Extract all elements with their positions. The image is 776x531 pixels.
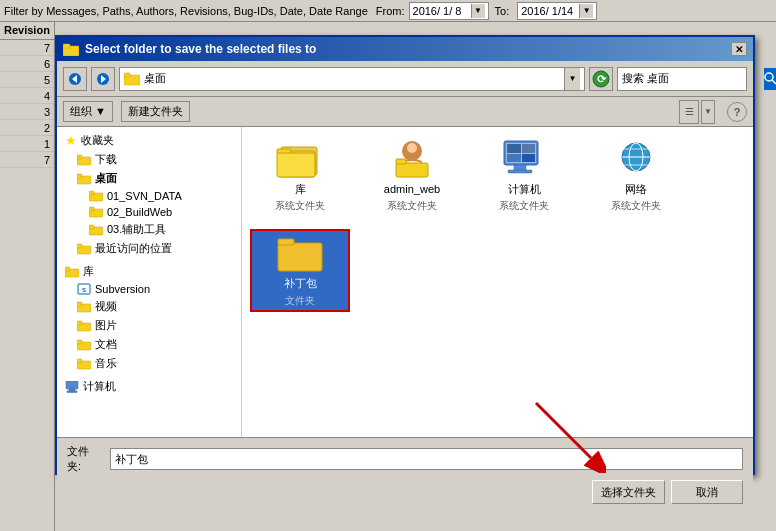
select-folder-button[interactable]: 选择文件夹	[592, 480, 665, 504]
tree-item-buildweb[interactable]: 02_BuildWeb	[57, 204, 241, 220]
network-sublabel: 系统文件夹	[611, 199, 661, 213]
back-arrow-icon	[68, 72, 82, 86]
revision-row-5[interactable]: 5	[0, 72, 54, 88]
doc-folder-icon	[77, 339, 91, 351]
adminweb-sublabel: 系统文件夹	[387, 199, 437, 213]
revision-header: Revision	[0, 22, 54, 40]
dialog-title-bar: Select folder to save the selected files…	[57, 37, 753, 61]
adminweb-name: admin_web	[384, 182, 440, 196]
file-item-adminweb[interactable]: admin_web 系统文件夹	[362, 135, 462, 217]
subversion-label: Subversion	[95, 283, 150, 295]
dialog-bottom: 文件夹: 选择文件夹 取消	[57, 437, 753, 510]
revision-row-1[interactable]: 1	[0, 136, 54, 152]
new-folder-button[interactable]: 新建文件夹	[121, 101, 190, 122]
from-label: From:	[376, 5, 405, 17]
svg-rect-38	[67, 391, 77, 393]
folder-icon	[77, 173, 91, 185]
tree-item-video[interactable]: 视频	[57, 297, 241, 316]
tree-item-picture[interactable]: 图片	[57, 316, 241, 335]
forward-arrow-icon	[96, 72, 110, 86]
tree-item-svn[interactable]: 01_SVN_DATA	[57, 188, 241, 204]
adminweb-folder-icon	[388, 139, 436, 179]
top-bar: Filter by Messages, Paths, Authors, Revi…	[0, 0, 776, 22]
dialog-close-button[interactable]: ✕	[731, 42, 747, 56]
search-box[interactable]	[617, 67, 747, 91]
tree-item-library[interactable]: 库	[57, 262, 241, 281]
revision-row-3[interactable]: 3	[0, 104, 54, 120]
folder-icon	[89, 206, 103, 218]
file-item-computer[interactable]: 计算机 系统文件夹	[474, 135, 574, 217]
svg-rect-46	[396, 159, 406, 164]
cancel-button[interactable]: 取消	[671, 480, 743, 504]
svg-rect-53	[514, 165, 526, 170]
to-date-value: 2016/ 1/14	[521, 5, 573, 17]
tree-item-music[interactable]: 音乐	[57, 354, 241, 373]
picture-label: 图片	[95, 318, 117, 333]
view-dropdown-button[interactable]: ▼	[701, 100, 715, 124]
filename-input[interactable]	[110, 448, 743, 470]
svg-rect-13	[77, 155, 82, 159]
from-date-dropdown[interactable]: ▼	[471, 4, 485, 18]
svg-rect-42	[277, 153, 315, 177]
svg-rect-1	[63, 44, 70, 48]
from-date-value: 2016/ 1/ 8	[413, 5, 462, 17]
music-label: 音乐	[95, 356, 117, 371]
svg-rect-45	[396, 163, 428, 177]
to-label: To:	[495, 5, 510, 17]
back-button[interactable]	[63, 67, 87, 91]
filter-text: Filter by Messages, Paths, Authors, Revi…	[4, 5, 368, 17]
tree-item-computer[interactable]: 计算机	[57, 377, 241, 396]
revision-row-4[interactable]: 4	[0, 88, 54, 104]
svg-rect-51	[507, 154, 521, 162]
computer-icon	[65, 381, 79, 393]
forward-button[interactable]	[91, 67, 115, 91]
revision-row-extra[interactable]: 7	[0, 152, 54, 168]
svg-rect-54	[508, 170, 532, 173]
to-date-dropdown[interactable]: ▼	[579, 4, 593, 18]
title-folder-icon	[63, 42, 79, 56]
refresh-button[interactable]: ⟳	[589, 67, 613, 91]
library-name: 库	[295, 182, 306, 196]
library-icon	[65, 266, 79, 278]
search-input[interactable]	[618, 73, 764, 85]
tree-item-favorites[interactable]: ★ 收藏夹	[57, 131, 241, 150]
svg-point-44	[407, 143, 417, 153]
video-label: 视频	[95, 299, 117, 314]
tree-item-subversion[interactable]: S Subversion	[57, 281, 241, 297]
folder-icon	[89, 224, 103, 236]
dialog-title-text: Select folder to save the selected files…	[85, 42, 316, 56]
tree-item-doc[interactable]: 文档	[57, 335, 241, 354]
network-icon	[612, 139, 660, 179]
svg-rect-37	[69, 389, 75, 391]
address-dropdown[interactable]: ▼	[564, 68, 580, 90]
search-button[interactable]	[764, 68, 776, 90]
to-date-input[interactable]: 2016/ 1/14 ▼	[517, 2, 597, 20]
computer-label: 计算机	[83, 379, 116, 394]
revision-row-6[interactable]: 6	[0, 56, 54, 72]
library-label: 库	[83, 264, 94, 279]
buildweb-label: 02_BuildWeb	[107, 206, 172, 218]
svg-rect-49	[507, 144, 521, 153]
tree-item-tools[interactable]: 03.辅助工具	[57, 220, 241, 239]
filename-row: 文件夹:	[67, 444, 743, 474]
organize-button[interactable]: 组织 ▼	[63, 101, 113, 122]
file-item-patch[interactable]: 补丁包 文件夹	[250, 229, 350, 311]
svg-rect-19	[89, 207, 94, 211]
tree-item-desktop[interactable]: 桌面	[57, 169, 241, 188]
file-item-library[interactable]: 库 系统文件夹	[250, 135, 350, 217]
file-item-network[interactable]: 网络 系统文件夹	[586, 135, 686, 217]
svg-point-10	[765, 73, 773, 81]
help-button[interactable]: ?	[727, 102, 747, 122]
svg-rect-60	[278, 243, 322, 271]
address-text: 桌面	[144, 71, 560, 86]
view-list-button[interactable]: ☰	[679, 100, 699, 124]
from-date-input[interactable]: 2016/ 1/ 8 ▼	[409, 2, 489, 20]
revision-row-7[interactable]: 7	[0, 40, 54, 56]
address-bar[interactable]: 桌面 ▼	[119, 67, 585, 91]
svg-rect-36	[66, 381, 78, 389]
tree-item-downloads[interactable]: 下载	[57, 150, 241, 169]
patch-folder-icon	[276, 233, 324, 273]
revision-row-2[interactable]: 2	[0, 120, 54, 136]
svg-rect-50	[522, 144, 535, 153]
tree-item-recent[interactable]: 最近访问的位置	[57, 239, 241, 258]
